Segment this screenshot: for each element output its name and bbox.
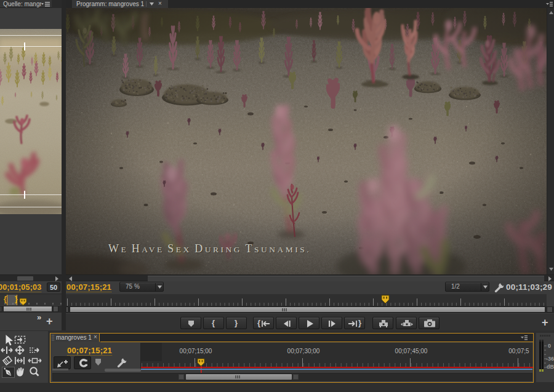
- svg-text:00;07;15;00: 00;07;15;00: [180, 348, 212, 354]
- svg-text:00;07;30;00: 00;07;30;00: [287, 348, 320, 354]
- svg-text:00;07;5: 00;07;5: [508, 348, 529, 354]
- svg-text:00;07;45;00: 00;07;45;00: [395, 348, 428, 354]
